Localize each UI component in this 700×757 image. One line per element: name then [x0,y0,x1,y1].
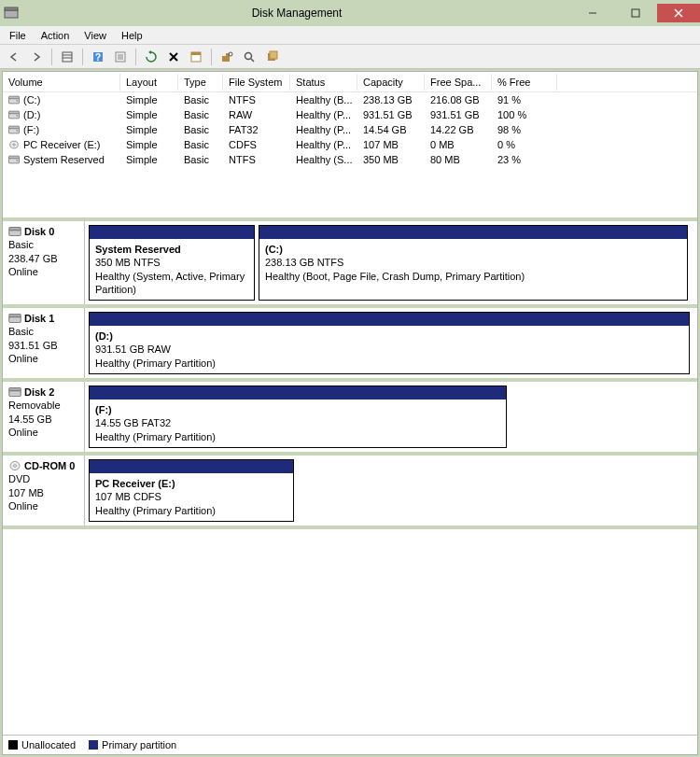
menu-help[interactable]: Help [114,28,150,43]
partitions-container: System Reserved350 MB NTFSHealthy (Syste… [85,221,697,304]
show-hide-button[interactable] [57,47,77,67]
svg-rect-27 [8,96,19,99]
toolbar-separator [51,49,52,65]
col-freespace[interactable]: Free Spa... [425,74,492,91]
disk-type: DVD [8,472,78,485]
volume-row[interactable]: PC Receiver (E:)SimpleBasicCDFSHealthy (… [3,137,697,152]
unallocated-swatch [8,740,18,750]
volume-status-cell: Healthy (S... [290,153,357,166]
volume-status-cell: Healthy (P... [290,138,357,151]
disk-size: 107 MB [8,486,78,499]
svg-rect-30 [8,111,19,114]
window-controls [571,4,700,22]
partition[interactable]: (F:)14.55 GB FAT32Healthy (Primary Parti… [89,386,507,448]
disk-size: 14.55 GB [8,413,78,426]
disk-graphical-view: Disk 0Basic238.47 GBOnlineSystem Reserve… [3,217,697,735]
menu-view[interactable]: View [77,28,114,43]
minimize-button[interactable] [571,4,614,22]
volume-name-cell: System Reserved [3,153,120,166]
properties-icon[interactable] [186,47,206,67]
col-percentfree[interactable]: % Free [492,74,557,91]
svg-point-39 [17,160,19,161]
volume-layout-cell: Simple [120,123,178,136]
partition-size: 107 MB CDFS [95,490,287,503]
delete-icon[interactable] [163,47,184,67]
volume-name: System Reserved [23,154,105,165]
svg-rect-43 [9,315,21,317]
toolbar: ? [0,45,700,69]
menubar: File Action View Help [0,26,700,45]
col-type[interactable]: Type [178,74,223,91]
partition[interactable]: System Reserved350 MB NTFSHealthy (Syste… [89,225,255,301]
settings-icon[interactable] [217,47,237,67]
volume-free-cell: 14.22 GB [425,123,492,136]
partition-size: 14.55 GB FAT32 [95,416,500,429]
partition-name: PC Receiver (E:) [95,477,287,490]
svg-rect-45 [9,388,21,391]
disk-info[interactable]: Disk 0Basic238.47 GBOnline [3,221,85,304]
volume-pfree-cell: 100 % [492,108,557,121]
close-button[interactable] [657,4,700,22]
svg-rect-38 [8,156,19,159]
partition[interactable]: PC Receiver (E:)107 MB CDFSHealthy (Prim… [89,459,294,522]
volume-status-cell: Healthy (B... [290,93,357,106]
svg-rect-18 [191,52,201,55]
svg-rect-19 [222,56,226,62]
partition-status: Healthy (Primary Partition) [95,504,287,517]
volume-list-header: Volume Layout Type File System Status Ca… [3,72,697,92]
svg-line-23 [251,59,254,62]
volume-name-cell: (D:) [3,108,120,121]
partition-size: 238.13 GB NTFS [265,256,681,269]
legend-unallocated: Unallocated [8,739,76,750]
volume-row[interactable]: (F:)SimpleBasicFAT32Healthy (P...14.54 G… [3,122,697,137]
disk-state: Online [8,265,78,278]
partition[interactable]: (D:)931.51 GB RAWHealthy (Primary Partit… [89,312,690,374]
partitions-container: (F:)14.55 GB FAT32Healthy (Primary Parti… [85,382,514,452]
svg-point-47 [14,465,17,468]
partition-body: (F:)14.55 GB FAT32Healthy (Primary Parti… [90,400,506,447]
volume-layout-cell: Simple [120,93,178,106]
disk-info[interactable]: Disk 1Basic931.51 GBOnline [3,308,85,378]
disk-name: Disk 0 [8,225,78,238]
wizard-icon[interactable] [261,47,282,67]
partition-header [90,460,293,473]
partition-status: Healthy (Primary Partition) [95,357,683,370]
volume-row[interactable]: (C:)SimpleBasicNTFSHealthy (B...238.13 G… [3,92,697,107]
disk-row: Disk 0Basic238.47 GBOnlineSystem Reserve… [3,221,697,308]
back-button[interactable] [4,47,24,67]
volume-row[interactable]: System ReservedSimpleBasicNTFSHealthy (S… [3,152,697,167]
legend-primary: Primary partition [89,739,176,750]
svg-rect-41 [9,228,21,231]
volume-name: (D:) [23,109,40,120]
disk-type: Removable [8,399,78,412]
volume-type-cell: Basic [178,138,223,151]
maximize-button[interactable] [614,4,657,22]
search-icon[interactable] [239,47,259,67]
col-volume[interactable]: Volume [3,74,120,91]
forward-button[interactable] [26,47,47,67]
volume-name-cell: (F:) [3,123,120,136]
col-capacity[interactable]: Capacity [357,74,425,91]
svg-point-31 [17,115,19,117]
legend-primary-label: Primary partition [102,739,176,750]
menu-file[interactable]: File [2,28,34,43]
refresh-button[interactable] [141,47,161,67]
volume-row[interactable]: (D:)SimpleBasicRAWHealthy (P...931.51 GB… [3,107,697,122]
volume-layout-cell: Simple [120,108,178,121]
partition-header [90,313,689,326]
disk-info[interactable]: Disk 2Removable14.55 GBOnline [3,382,85,452]
help-button[interactable]: ? [88,47,108,67]
col-layout[interactable]: Layout [120,74,178,91]
more-actions-button[interactable] [110,47,131,67]
disk-info[interactable]: CD-ROM 0DVD107 MBOnline [3,456,85,526]
col-status[interactable]: Status [290,74,357,91]
partitions-container: PC Receiver (E:)107 MB CDFSHealthy (Prim… [85,456,301,526]
partition[interactable]: (C:)238.13 GB NTFSHealthy (Boot, Page Fi… [259,225,688,301]
partition-name: (F:) [95,403,500,416]
menu-action[interactable]: Action [34,28,77,43]
disk-type: Basic [8,238,78,251]
svg-rect-0 [5,10,18,18]
partition-body: (D:)931.51 GB RAWHealthy (Primary Partit… [90,326,689,373]
svg-rect-3 [632,9,639,17]
col-filesystem[interactable]: File System [223,74,290,91]
